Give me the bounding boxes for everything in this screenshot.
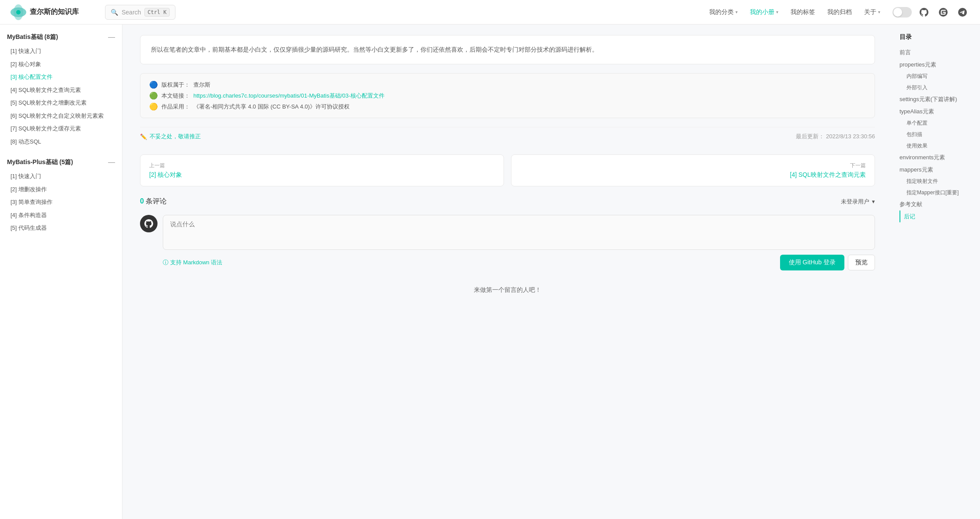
prev-label: 上一篇 [149,162,495,169]
sidebar-item-mybatis-4[interactable]: [4] SQL映射文件之查询元素 [7,84,115,97]
copyright-owner-label: 版权属于： [161,81,190,89]
sidebar-item-plus-1[interactable]: [1] 快速入门 [7,170,115,183]
copyright-person-icon: 🔵 [149,81,158,89]
comments-count-display: 0 条评论 [140,197,167,206]
user-placeholder: 未登录用户 [841,198,869,206]
telegram-icon-btn[interactable] [956,5,970,19]
sidebar-section-mybatisplus: MyBatis-Plus基础 (5篇) — [1] 快速入门 [2] 增删改操作… [7,158,115,235]
toc-item-references[interactable]: 参考文献 [900,198,973,210]
header: 查尔斯的知识库 🔍 Search Ctrl K 我的分类 ▾ 我的小册 ▾ 我的… [0,0,980,25]
nav-categories[interactable]: 我的分类 ▾ [704,6,743,19]
section-header-mybatisplus: MyBatis-Plus基础 (5篇) — [7,158,115,166]
section-header-mybatis: MyBatis基础 (8篇) — [7,33,115,41]
intro-text-block: 所以在笔者的文章中，前期基本都是小白文，仅仅穿插很少量的源码研究。当然等小白文更… [140,35,875,64]
gitee-icon [939,8,948,17]
avatar-github-icon [144,219,153,228]
search-shortcut: Ctrl K [144,8,169,17]
comment-input-area: ⓘ 支持 Markdown 语法 使用 GitHub 登录 预览 [140,215,875,270]
toc-item-environments[interactable]: environments元素 [900,151,973,164]
gitee-icon-btn[interactable] [936,5,950,19]
sidebar-item-plus-4[interactable]: [4] 条件构造器 [7,209,115,222]
comment-textarea[interactable] [163,215,875,250]
sidebar-item-mybatis-2[interactable]: [2] 核心对象 [7,58,115,71]
edit-icon: ✏️ [140,133,147,140]
chevron-down-icon: ▾ [776,10,778,14]
last-update: 最后更新： 2022/8/13 23:30:56 [796,133,875,140]
toc-item-single-config[interactable]: 单个配置 [900,117,973,129]
sidebar-item-mybatis-5[interactable]: [5] SQL映射文件之增删改元素 [7,96,115,109]
copyright-check-icon: 🟢 [149,91,158,100]
nav-notebook[interactable]: 我的小册 ▾ [745,6,784,19]
collapse-icon-2[interactable]: — [108,158,115,166]
sidebar-item-mybatis-1[interactable]: [1] 快速入门 [7,45,115,58]
search-bar[interactable]: 🔍 Search Ctrl K [105,5,175,20]
search-icon: 🔍 [111,9,118,16]
user-dropdown-icon: ▾ [872,198,875,205]
toc-title: 目录 [900,33,973,41]
section-title-mybatis: MyBatis基础 (8篇) [7,33,58,41]
section-title-mybatisplus: MyBatis-Plus基础 (5篇) [7,158,73,166]
edit-link[interactable]: ✏️ 不妥之处，敬请推正 [140,133,201,140]
toc-item-preface[interactable]: 前言 [900,46,973,59]
nav-about[interactable]: 关于 ▾ [859,6,886,19]
toc-item-typealias[interactable]: typeAlias元素 [900,105,973,118]
toc-item-internal[interactable]: 内部编写 [900,70,973,82]
prev-card[interactable]: 上一篇 [2] 核心对象 [140,154,504,186]
sidebar-item-plus-2[interactable]: [2] 增删改操作 [7,183,115,196]
preview-button[interactable]: 预览 [848,255,875,270]
copyright-license: 《署名-相同方式共享 4.0 国际 (CC BY-SA 4.0)》许可协议授权 [193,103,350,111]
svg-point-2 [16,10,21,14]
next-link: [4] SQL映射文件之查询元素 [520,171,866,179]
sidebar-item-mybatis-8[interactable]: [8] 动态SQL [7,135,115,148]
search-label: Search [122,9,141,16]
site-title: 查尔斯的知识库 [30,7,79,17]
sidebar-item-mybatis-7[interactable]: [7] SQL映射文件之缓存元素 [7,122,115,135]
sidebar-item-plus-3[interactable]: [3] 简单查询操作 [7,196,115,209]
theme-toggle[interactable] [892,7,912,18]
sidebar-toc: 目录 前言 properties元素 内部编写 外部引入 settings元素(… [892,25,980,519]
toc-item-external[interactable]: 外部引入 [900,82,973,93]
sidebar-item-mybatis-3[interactable]: [3] 核心配置文件 [7,70,115,84]
toc-item-mapper-interface[interactable]: 指定Mapper接口[重要] [900,187,973,198]
chevron-down-icon: ▾ [735,10,738,14]
github-login-button[interactable]: 使用 GitHub 登录 [780,255,844,270]
nav-tags[interactable]: 我的标签 [785,6,820,19]
copyright-license-label: 作品采用： [161,103,190,111]
logo-icon [10,4,26,20]
toc-item-pkg-scan[interactable]: 包扫描 [900,129,973,140]
logo[interactable]: 查尔斯的知识库 [10,4,98,20]
collapse-icon[interactable]: — [108,33,115,41]
toc-item-mapper-file[interactable]: 指定映射文件 [900,175,973,187]
copyright-row-url: 🟢 本文链接： https://blog.charles7c.top/cours… [149,91,866,100]
page-layout: MyBatis基础 (8篇) — [1] 快速入门 [2] 核心对象 [3] 核… [0,25,980,519]
toc-item-properties[interactable]: properties元素 [900,59,973,71]
next-card[interactable]: 下一篇 [4] SQL映射文件之查询元素 [511,154,875,186]
nav-cards: 上一篇 [2] 核心对象 下一篇 [4] SQL映射文件之查询元素 [140,154,875,186]
telegram-icon [958,8,967,17]
copyright-row-owner: 🔵 版权属于： 查尔斯 [149,81,866,89]
comment-buttons: 使用 GitHub 登录 预览 [780,255,875,270]
toc-item-use-effect[interactable]: 使用效果 [900,140,973,151]
comments-user-select[interactable]: 未登录用户 ▾ [841,198,875,206]
copyright-license-icon: 🟡 [149,102,158,111]
toc-item-settings[interactable]: settings元素(下篇讲解) [900,93,973,105]
comment-avatar [140,215,158,232]
sidebar-item-plus-5[interactable]: [5] 代码生成器 [7,221,115,235]
copyright-row-license: 🟡 作品采用： 《署名-相同方式共享 4.0 国际 (CC BY-SA 4.0)… [149,102,866,111]
sidebar-left: MyBatis基础 (8篇) — [1] 快速入门 [2] 核心对象 [3] 核… [0,25,122,519]
header-icons [892,5,970,19]
sidebar-item-mybatis-6[interactable]: [6] SQL映射文件之自定义映射元素索 [7,109,115,123]
info-icon: ⓘ [163,259,168,267]
nav-archive[interactable]: 我的归档 [822,6,857,19]
copyright-url-label: 本文链接： [161,92,190,100]
copyright-owner: 查尔斯 [193,81,210,89]
comments-count-num: 0 [140,197,144,205]
github-icon [920,8,928,17]
comments-header: 0 条评论 未登录用户 ▾ [140,197,875,206]
github-icon-btn[interactable] [917,5,931,19]
sidebar-section-mybatis: MyBatis基础 (8篇) — [1] 快速入门 [2] 核心对象 [3] 核… [7,33,115,148]
main-nav: 我的分类 ▾ 我的小册 ▾ 我的标签 我的归档 关于 ▾ [182,6,886,19]
toc-item-mappers[interactable]: mappers元素 [900,164,973,176]
toc-item-postscript[interactable]: 后记 [900,210,973,223]
copyright-url[interactable]: https://blog.charles7c.top/courses/mybat… [193,92,385,100]
